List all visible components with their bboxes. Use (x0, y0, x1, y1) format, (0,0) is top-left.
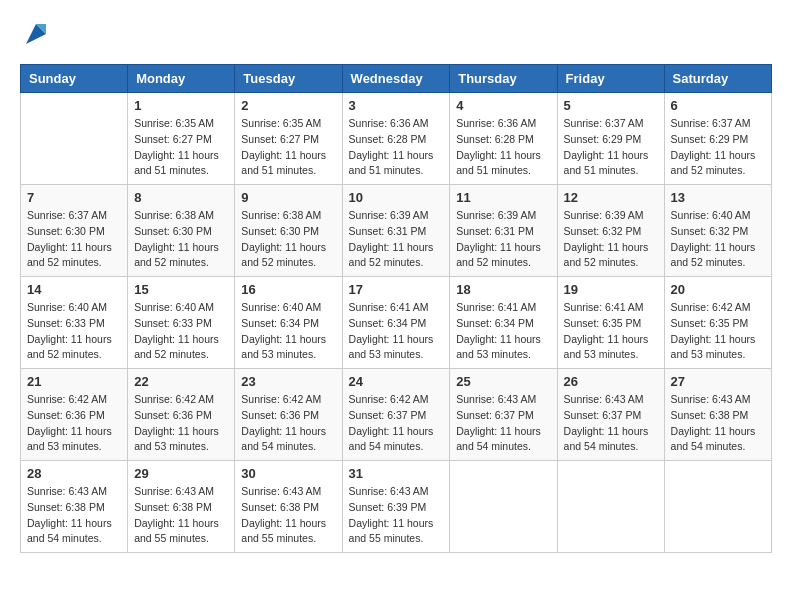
calendar-week-row: 21Sunrise: 6:42 AMSunset: 6:36 PMDayligh… (21, 369, 772, 461)
calendar-cell: 9Sunrise: 6:38 AMSunset: 6:30 PMDaylight… (235, 185, 342, 277)
day-info: Sunrise: 6:40 AMSunset: 6:32 PMDaylight:… (671, 208, 765, 271)
header (20, 20, 772, 48)
day-header-thursday: Thursday (450, 65, 557, 93)
day-info: Sunrise: 6:40 AMSunset: 6:33 PMDaylight:… (27, 300, 121, 363)
day-info: Sunrise: 6:43 AMSunset: 6:38 PMDaylight:… (671, 392, 765, 455)
day-number: 19 (564, 282, 658, 297)
day-number: 7 (27, 190, 121, 205)
calendar-cell: 29Sunrise: 6:43 AMSunset: 6:38 PMDayligh… (128, 461, 235, 553)
day-number: 21 (27, 374, 121, 389)
day-number: 24 (349, 374, 444, 389)
calendar-cell: 13Sunrise: 6:40 AMSunset: 6:32 PMDayligh… (664, 185, 771, 277)
day-info: Sunrise: 6:38 AMSunset: 6:30 PMDaylight:… (241, 208, 335, 271)
calendar-cell: 6Sunrise: 6:37 AMSunset: 6:29 PMDaylight… (664, 93, 771, 185)
day-number: 17 (349, 282, 444, 297)
calendar-cell: 23Sunrise: 6:42 AMSunset: 6:36 PMDayligh… (235, 369, 342, 461)
day-info: Sunrise: 6:42 AMSunset: 6:35 PMDaylight:… (671, 300, 765, 363)
day-number: 2 (241, 98, 335, 113)
day-info: Sunrise: 6:41 AMSunset: 6:34 PMDaylight:… (456, 300, 550, 363)
day-number: 25 (456, 374, 550, 389)
calendar-cell: 22Sunrise: 6:42 AMSunset: 6:36 PMDayligh… (128, 369, 235, 461)
day-number: 27 (671, 374, 765, 389)
day-info: Sunrise: 6:42 AMSunset: 6:36 PMDaylight:… (134, 392, 228, 455)
calendar-cell: 7Sunrise: 6:37 AMSunset: 6:30 PMDaylight… (21, 185, 128, 277)
logo-icon (22, 20, 50, 48)
day-info: Sunrise: 6:37 AMSunset: 6:29 PMDaylight:… (671, 116, 765, 179)
calendar-cell: 2Sunrise: 6:35 AMSunset: 6:27 PMDaylight… (235, 93, 342, 185)
calendar-cell: 4Sunrise: 6:36 AMSunset: 6:28 PMDaylight… (450, 93, 557, 185)
day-number: 22 (134, 374, 228, 389)
calendar-cell: 28Sunrise: 6:43 AMSunset: 6:38 PMDayligh… (21, 461, 128, 553)
day-info: Sunrise: 6:42 AMSunset: 6:36 PMDaylight:… (241, 392, 335, 455)
day-number: 30 (241, 466, 335, 481)
calendar-cell: 14Sunrise: 6:40 AMSunset: 6:33 PMDayligh… (21, 277, 128, 369)
day-header-saturday: Saturday (664, 65, 771, 93)
day-info: Sunrise: 6:40 AMSunset: 6:34 PMDaylight:… (241, 300, 335, 363)
calendar-cell: 5Sunrise: 6:37 AMSunset: 6:29 PMDaylight… (557, 93, 664, 185)
day-info: Sunrise: 6:39 AMSunset: 6:31 PMDaylight:… (349, 208, 444, 271)
day-info: Sunrise: 6:43 AMSunset: 6:38 PMDaylight:… (27, 484, 121, 547)
calendar-table: SundayMondayTuesdayWednesdayThursdayFrid… (20, 64, 772, 553)
calendar-cell: 24Sunrise: 6:42 AMSunset: 6:37 PMDayligh… (342, 369, 450, 461)
calendar-cell (450, 461, 557, 553)
day-number: 1 (134, 98, 228, 113)
day-number: 11 (456, 190, 550, 205)
calendar-cell: 12Sunrise: 6:39 AMSunset: 6:32 PMDayligh… (557, 185, 664, 277)
day-info: Sunrise: 6:39 AMSunset: 6:31 PMDaylight:… (456, 208, 550, 271)
day-info: Sunrise: 6:36 AMSunset: 6:28 PMDaylight:… (456, 116, 550, 179)
calendar-cell: 27Sunrise: 6:43 AMSunset: 6:38 PMDayligh… (664, 369, 771, 461)
day-info: Sunrise: 6:35 AMSunset: 6:27 PMDaylight:… (241, 116, 335, 179)
day-number: 5 (564, 98, 658, 113)
calendar-cell: 18Sunrise: 6:41 AMSunset: 6:34 PMDayligh… (450, 277, 557, 369)
calendar-header-row: SundayMondayTuesdayWednesdayThursdayFrid… (21, 65, 772, 93)
day-number: 28 (27, 466, 121, 481)
day-info: Sunrise: 6:37 AMSunset: 6:30 PMDaylight:… (27, 208, 121, 271)
day-info: Sunrise: 6:35 AMSunset: 6:27 PMDaylight:… (134, 116, 228, 179)
calendar-cell: 8Sunrise: 6:38 AMSunset: 6:30 PMDaylight… (128, 185, 235, 277)
calendar-cell: 31Sunrise: 6:43 AMSunset: 6:39 PMDayligh… (342, 461, 450, 553)
day-number: 8 (134, 190, 228, 205)
day-info: Sunrise: 6:38 AMSunset: 6:30 PMDaylight:… (134, 208, 228, 271)
day-header-wednesday: Wednesday (342, 65, 450, 93)
calendar-cell: 11Sunrise: 6:39 AMSunset: 6:31 PMDayligh… (450, 185, 557, 277)
calendar-cell: 21Sunrise: 6:42 AMSunset: 6:36 PMDayligh… (21, 369, 128, 461)
calendar-cell (557, 461, 664, 553)
day-number: 3 (349, 98, 444, 113)
day-info: Sunrise: 6:36 AMSunset: 6:28 PMDaylight:… (349, 116, 444, 179)
day-number: 29 (134, 466, 228, 481)
day-number: 6 (671, 98, 765, 113)
day-info: Sunrise: 6:43 AMSunset: 6:37 PMDaylight:… (456, 392, 550, 455)
calendar-cell (21, 93, 128, 185)
day-info: Sunrise: 6:37 AMSunset: 6:29 PMDaylight:… (564, 116, 658, 179)
calendar-cell: 19Sunrise: 6:41 AMSunset: 6:35 PMDayligh… (557, 277, 664, 369)
day-number: 16 (241, 282, 335, 297)
day-info: Sunrise: 6:42 AMSunset: 6:37 PMDaylight:… (349, 392, 444, 455)
day-number: 4 (456, 98, 550, 113)
calendar-cell: 10Sunrise: 6:39 AMSunset: 6:31 PMDayligh… (342, 185, 450, 277)
day-number: 14 (27, 282, 121, 297)
day-number: 12 (564, 190, 658, 205)
calendar-week-row: 14Sunrise: 6:40 AMSunset: 6:33 PMDayligh… (21, 277, 772, 369)
day-info: Sunrise: 6:43 AMSunset: 6:39 PMDaylight:… (349, 484, 444, 547)
day-info: Sunrise: 6:40 AMSunset: 6:33 PMDaylight:… (134, 300, 228, 363)
calendar-cell: 25Sunrise: 6:43 AMSunset: 6:37 PMDayligh… (450, 369, 557, 461)
logo (20, 20, 52, 48)
day-header-tuesday: Tuesday (235, 65, 342, 93)
day-header-friday: Friday (557, 65, 664, 93)
day-header-sunday: Sunday (21, 65, 128, 93)
calendar-cell: 3Sunrise: 6:36 AMSunset: 6:28 PMDaylight… (342, 93, 450, 185)
day-number: 23 (241, 374, 335, 389)
calendar-week-row: 1Sunrise: 6:35 AMSunset: 6:27 PMDaylight… (21, 93, 772, 185)
calendar-week-row: 28Sunrise: 6:43 AMSunset: 6:38 PMDayligh… (21, 461, 772, 553)
calendar-cell: 20Sunrise: 6:42 AMSunset: 6:35 PMDayligh… (664, 277, 771, 369)
calendar-cell: 1Sunrise: 6:35 AMSunset: 6:27 PMDaylight… (128, 93, 235, 185)
day-info: Sunrise: 6:39 AMSunset: 6:32 PMDaylight:… (564, 208, 658, 271)
calendar-cell (664, 461, 771, 553)
day-number: 15 (134, 282, 228, 297)
calendar-week-row: 7Sunrise: 6:37 AMSunset: 6:30 PMDaylight… (21, 185, 772, 277)
day-info: Sunrise: 6:43 AMSunset: 6:38 PMDaylight:… (134, 484, 228, 547)
day-info: Sunrise: 6:43 AMSunset: 6:37 PMDaylight:… (564, 392, 658, 455)
day-info: Sunrise: 6:41 AMSunset: 6:35 PMDaylight:… (564, 300, 658, 363)
calendar-cell: 17Sunrise: 6:41 AMSunset: 6:34 PMDayligh… (342, 277, 450, 369)
day-number: 26 (564, 374, 658, 389)
